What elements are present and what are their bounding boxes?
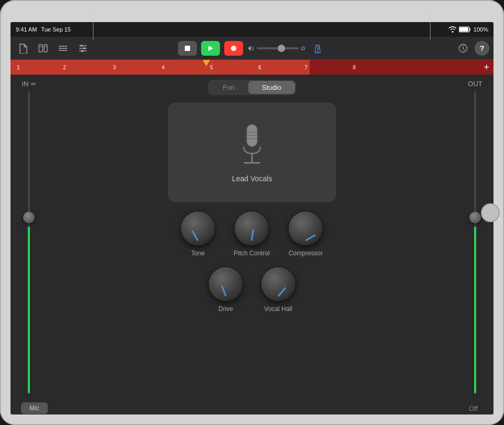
controls-button[interactable] (75, 40, 91, 57)
toolbar: ? (10, 37, 494, 60)
svg-point-10 (80, 45, 82, 47)
mode-toggle[interactable]: Fun Studio (208, 80, 296, 95)
vocal-hall-knob-container: Vocal Hall (261, 267, 295, 313)
compressor-indicator (306, 234, 317, 242)
toolbar-center (174, 40, 331, 57)
ruler-mark-3: 3 (113, 65, 116, 70)
tone-knob-container: Tone (181, 212, 215, 257)
play-button[interactable] (201, 41, 220, 56)
tone-indicator (192, 230, 199, 241)
channel-control: Mic Channel (21, 402, 48, 414)
record-button[interactable] (224, 41, 243, 56)
out-panel: OUT (457, 75, 494, 399)
knobs-row-1: Tone Pitch Control Compres (181, 212, 323, 257)
stop-button[interactable] (178, 41, 197, 56)
playhead[interactable] (206, 60, 210, 66)
ruler-mark-5: 5 (210, 65, 213, 70)
drive-knob-container: Drive (209, 267, 243, 313)
ipad-frame: 9:41 AM Tue Sep 15 100% (0, 0, 504, 425)
pitch-control-knob-container: Pitch Control (234, 212, 270, 257)
in-slider-knob[interactable] (23, 212, 35, 223)
main-content: IN ✏ Fun Studio (10, 75, 494, 399)
mixer-button[interactable] (55, 40, 71, 57)
out-slider-track[interactable] (474, 91, 476, 393)
svg-marker-16 (208, 46, 213, 51)
status-right: 100% (448, 26, 488, 33)
ruler-mark-6: 6 (258, 65, 261, 70)
clock-button[interactable] (455, 40, 471, 57)
out-label: OUT (468, 80, 482, 88)
battery-icon (459, 26, 471, 33)
svg-point-14 (81, 50, 83, 52)
volume-slider-knob[interactable] (278, 45, 285, 52)
ruler-mark-4: 4 (162, 65, 165, 70)
toolbar-right: ? (332, 40, 489, 57)
vocal-hall-indicator (278, 287, 286, 297)
compressor-knob-container: Compressor (289, 212, 323, 257)
compressor-knob[interactable] (289, 212, 322, 245)
tracks-button[interactable] (35, 40, 51, 57)
in-label: IN (22, 80, 29, 88)
ipad-screen: 9:41 AM Tue Sep 15 100% (10, 22, 494, 414)
lead-vocals-box[interactable]: Lead Vocals (168, 102, 336, 202)
volume-control[interactable] (247, 45, 305, 52)
monitor-value: Off (469, 405, 478, 412)
monitor-label: Monitor (464, 413, 483, 415)
ruler-mark-1: 1 (17, 65, 20, 70)
ruler-plus[interactable]: + (484, 62, 489, 73)
monitor-control: Off Monitor (464, 405, 483, 415)
svg-point-12 (83, 47, 86, 49)
timeline-fill (10, 60, 310, 75)
timeline-ruler[interactable]: 1 2 3 4 5 6 7 8 + (10, 60, 494, 75)
help-button[interactable]: ? (475, 41, 489, 56)
pitch-control-knob[interactable] (235, 212, 268, 245)
svg-rect-3 (44, 45, 47, 52)
tone-label: Tone (191, 250, 205, 257)
center-panel: Fun Studio (47, 75, 457, 399)
drive-indicator (221, 285, 226, 297)
svg-point-18 (301, 47, 304, 50)
ruler-mark-2: 2 (63, 65, 66, 70)
home-button[interactable] (481, 203, 500, 222)
status-bar: 9:41 AM Tue Sep 15 100% (10, 22, 494, 37)
metronome-button[interactable] (309, 40, 326, 57)
microphone-icon (236, 122, 268, 169)
pitch-control-label: Pitch Control (234, 250, 270, 257)
status-left: 9:41 AM Tue Sep 15 (16, 26, 71, 33)
fun-mode-button[interactable]: Fun (209, 81, 248, 94)
pitch-indicator (251, 229, 255, 241)
volume-slider-track[interactable] (257, 47, 299, 49)
vocal-hall-knob[interactable] (261, 267, 295, 301)
status-date: Tue Sep 15 (41, 26, 70, 33)
compressor-label: Compressor (289, 250, 323, 257)
svg-point-17 (231, 46, 236, 51)
in-slider-container (10, 91, 47, 393)
ruler-mark-7: 7 (304, 65, 308, 70)
studio-mode-button[interactable]: Studio (248, 81, 295, 94)
status-time: 9:41 AM (16, 26, 37, 33)
drive-label: Drive (218, 305, 233, 313)
in-panel: IN ✏ (10, 75, 47, 399)
svg-rect-1 (459, 27, 468, 32)
tone-knob[interactable] (181, 212, 215, 245)
in-slider-track[interactable] (28, 91, 30, 393)
battery-percent: 100% (474, 26, 488, 33)
ruler-mark-8: 8 (353, 65, 356, 70)
lead-vocals-label: Lead Vocals (232, 174, 272, 183)
wifi-icon (448, 26, 457, 33)
drive-knob[interactable] (209, 267, 243, 301)
toolbar-left (15, 40, 172, 57)
svg-rect-15 (185, 46, 190, 51)
vocal-hall-label: Vocal Hall (264, 305, 292, 313)
out-slider-container (457, 91, 494, 393)
out-slider-knob[interactable] (469, 212, 481, 223)
channel-button[interactable]: Mic (21, 402, 48, 414)
svg-rect-2 (39, 45, 43, 52)
pen-icon: ✏ (31, 80, 36, 88)
knobs-row-2: Drive Vocal Hall (209, 267, 295, 313)
bottom-bar: Mic Channel Off Monitor (10, 399, 494, 414)
new-document-button[interactable] (15, 40, 32, 57)
